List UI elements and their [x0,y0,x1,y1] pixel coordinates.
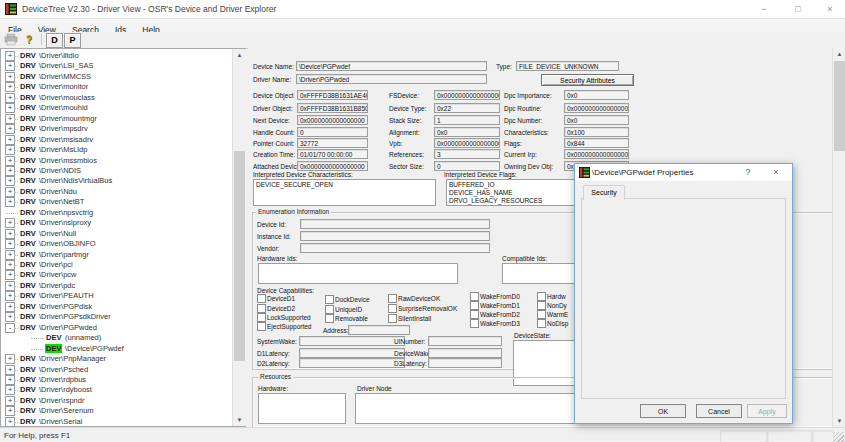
tree-item-driver-null[interactable]: +DRV\Driver\Null [1,229,231,239]
checkbox-wakefromd2[interactable] [470,310,479,319]
tree-item-driver-mouhid[interactable]: +DRV\Driver\mouhid [1,103,231,113]
tree-item-driver-psched[interactable]: +DRV\Driver\Psched [1,365,231,375]
tree-item-driver-pgpdisk[interactable]: +DRV\Driver\PGPdisk [1,302,231,312]
checkbox-wakefromd0[interactable] [470,292,479,301]
checkbox-nodisp[interactable] [537,319,546,328]
interpreted-characteristics-box: DEVICE_SECURE_OPEN [253,179,436,206]
checkbox-deviced2[interactable] [257,304,266,313]
scroll-up-icon[interactable]: ▲ [833,48,845,60]
cancel-button[interactable]: Cancel [696,404,742,418]
close-button[interactable]: × [816,2,844,16]
tree-item-driver-netbt[interactable]: +DRV\Driver\NetBT [1,197,231,207]
checkbox-uniqueid[interactable] [325,305,334,314]
tree-item-driver-lltdio[interactable]: +DRV\Driver\lltdio [1,51,231,61]
tree-connector [14,202,18,203]
scroll-up-icon[interactable]: ▲ [233,49,246,61]
interpreted-characteristics-label: Interpreted Device Characteristics: [253,171,353,178]
checkbox-rawdeviceok[interactable] [388,294,397,303]
maximize-button[interactable]: □ [784,2,812,16]
panel-scrollbar-thumb[interactable] [834,61,845,151]
tree-item-driver-mslldp[interactable]: +DRV\Driver\MsLldp [1,145,231,155]
tree-item-driver-npsvctrig[interactable]: DRV\Driver\npsvctrig [1,208,231,218]
checkbox-dockdevice[interactable] [325,295,334,304]
tree-item-driver-pcw[interactable]: +DRV\Driver\pcw [1,270,231,280]
tree-item-driver-mouclass[interactable]: +DRV\Driver\mouclass [1,93,231,103]
vpb-label: Vpb: [389,140,402,147]
tree-item-driver-partmgr[interactable]: +DRV\Driver\partmgr [1,250,231,260]
tree-item-driver-ndisvirtualbus[interactable]: +DRV\Driver\NdisVirtualBus [1,176,231,186]
tree-item-unnamed[interactable]: DEV(unnamed) [1,333,231,343]
tree-item-driver-mpsdrv[interactable]: +DRV\Driver\mpsdrv [1,124,231,134]
dialog-help-icon[interactable]: ? [737,166,759,179]
tree-item-driver-serenum[interactable]: +DRV\Driver\Serenum [1,406,231,416]
tree-item-driver-pci[interactable]: +DRV\Driver\pci [1,260,231,270]
help-icon[interactable]: ? [21,33,37,46]
checkbox-warme[interactable] [537,310,546,319]
tree-item-driver-peauth[interactable]: +DRV\Driver\PEAUTH [1,291,231,301]
device-object-label: Device Object [253,92,293,99]
tree-item-label: \Driver\MMCSS [39,72,91,81]
tree-item-driver-ndu[interactable]: +DRV\Driver\Ndu [1,187,231,197]
pnp-view-button[interactable]: P [64,33,81,48]
checkbox-wakefromd3[interactable] [470,319,479,328]
tab-security[interactable]: Security [583,185,625,200]
tree-item-device-pgpwdef[interactable]: DEV\Device\PGPwdef [1,344,231,354]
tree-item-driver-mmcss[interactable]: +DRV\Driver\MMCSS [1,72,231,82]
tree-item-tag: DRV [19,239,37,248]
tree-connector [14,307,18,308]
dpc-number-label: Dpc Number: [504,117,542,124]
tree-item-driver-serial[interactable]: +DRV\Driver\Serial [1,417,231,427]
tree-item-tag: DRV [19,124,37,133]
attached-device-value: 0x0000000000000000 [297,161,368,171]
scroll-down-icon[interactable]: ▼ [233,414,246,426]
checkbox-wakefromd1[interactable] [470,301,479,310]
resize-grip[interactable] [834,432,844,442]
scroll-down-icon[interactable]: ▼ [833,415,845,427]
tree-item-label: \Driver\mountmgr [39,114,97,123]
tree-item-driver-rdpbus[interactable]: +DRV\Driver\rdpbus [1,375,231,385]
print-icon[interactable] [3,33,19,46]
security-attributes-button[interactable]: Security Attributes [541,74,634,86]
checkbox-ejectsupported[interactable] [257,322,266,331]
tree-scrollbar[interactable]: ▲ ▼ [232,49,246,426]
tree-scrollbar-thumb[interactable] [234,151,245,361]
tree-item-driver-pnpmanager[interactable]: +DRV\Driver\PnpManager [1,354,231,364]
checkbox-silentinstall[interactable] [388,314,397,323]
tree-item-driver-mountmgr[interactable]: +DRV\Driver\mountmgr [1,114,231,124]
driver-view-button[interactable]: D [46,33,63,48]
tree-item-label: \Driver\lltdio [39,51,79,60]
checkbox-hardw[interactable] [537,292,546,301]
tree-item-driver-monitor[interactable]: +DRV\Driver\monitor [1,82,231,92]
next-device-value: 0x0000000000000000 [297,115,368,125]
tree-item-tag: DRV [19,114,37,123]
tree-item-driver-lsi-sas[interactable]: +DRV\Driver\LSI_SAS [1,61,231,71]
tree-item-label: \Driver\mouhid [39,103,88,112]
tree-item-driver-pgpsdkdriver[interactable]: +DRV\Driver\PGPsdkDriver [1,312,231,322]
tree-item-driver-ndis[interactable]: +DRV\Driver\NDIS [1,166,231,176]
checkbox-surpriseremovalok[interactable] [388,304,397,313]
tree-item-tag: DRV [19,166,37,175]
ok-button[interactable]: OK [640,404,686,418]
tree-item-driver-rdyboost[interactable]: +DRV\Driver\rdyboost [1,385,231,395]
tree-connector [14,108,18,109]
tree-item-tag: DRV [19,93,37,102]
menu-bar: FileViewSearchIdsHelp [0,19,845,32]
checkbox-deviced1[interactable] [257,294,266,303]
minimize-button[interactable]: − [750,2,778,16]
panel-scrollbar[interactable]: ▲ ▼ [832,48,845,427]
tree-item-driver-msisadrv[interactable]: +DRV\Driver\msisadrv [1,135,231,145]
tree-connector [14,286,18,287]
tree-item-driver-pdc[interactable]: +DRV\Driver\pdc [1,281,231,291]
tree-item-driver-rspndr[interactable]: +DRV\Driver\rspndr [1,396,231,406]
hardware-ids-box [258,263,458,284]
device-type-label: Device Type: [389,105,426,112]
tree-item-driver-pgpwded[interactable]: -DRV\Driver\PGPwded [1,323,231,333]
tree-item-driver-mssmbios[interactable]: +DRV\Driver\mssmbios [1,156,231,166]
checkbox-nondy[interactable] [537,301,546,310]
tree-item-driver-objinfo[interactable]: +DRV\Driver\OBJINFO [1,239,231,249]
dialog-close-icon[interactable]: × [765,166,787,179]
checkbox-removable[interactable] [325,314,334,323]
tree-item-label: \Driver\PnpManager [39,354,106,363]
tree-item-driver-nsiproxy[interactable]: +DRV\Driver\nsiproxy [1,218,231,228]
checkbox-locksupported[interactable] [257,313,266,322]
